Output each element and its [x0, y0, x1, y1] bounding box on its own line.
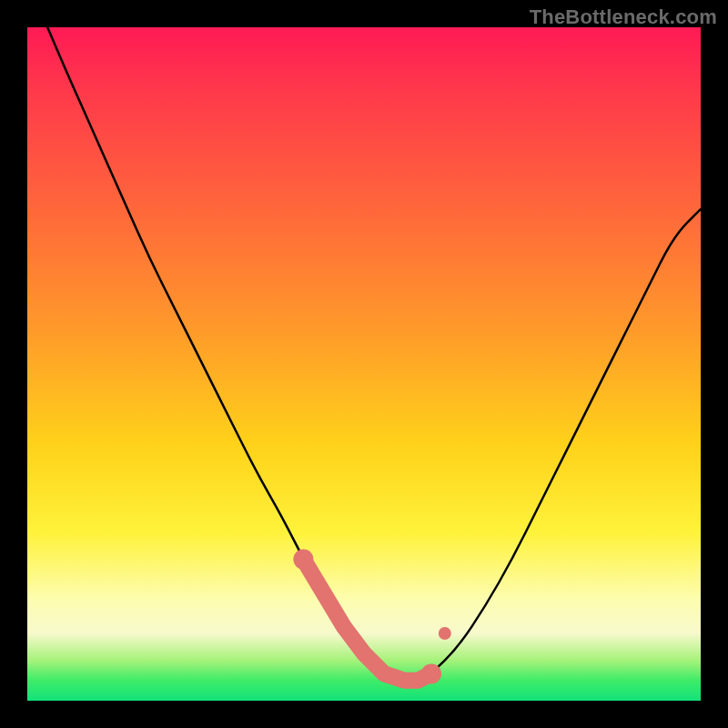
- optimal-zone-end-dot: [421, 663, 441, 683]
- watermark-text: TheBottleneck.com: [530, 5, 717, 29]
- optimal-zone-band: [303, 560, 431, 681]
- plot-area: [27, 27, 701, 701]
- curve-svg: [27, 27, 701, 701]
- bottleneck-curve-path: [47, 27, 701, 681]
- optimal-zone-float-dot: [439, 627, 451, 640]
- chart-frame: TheBottleneck.com: [0, 0, 728, 728]
- optimal-zone-markers: [293, 550, 450, 684]
- optimal-zone-end-dot: [293, 550, 313, 570]
